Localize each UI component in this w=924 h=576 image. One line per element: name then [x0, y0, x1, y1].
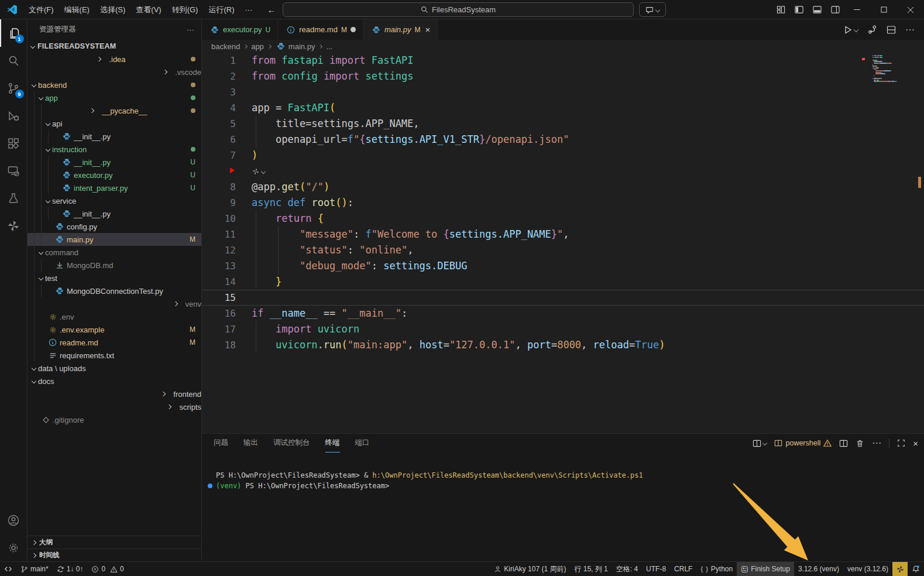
tree-item[interactable]: docs — [28, 375, 201, 388]
status-item-pinwheel[interactable] — [892, 562, 908, 576]
outline-section[interactable]: 大纲 — [28, 536, 201, 548]
account-icon[interactable] — [0, 506, 28, 534]
close-window-button[interactable] — [897, 0, 924, 19]
customize-layout-icon[interactable] — [777, 5, 785, 14]
tree-item[interactable]: service — [28, 194, 201, 207]
run-debug-activity-icon[interactable] — [0, 102, 28, 129]
tree-item[interactable]: __init__.py — [28, 130, 201, 143]
tree-item[interactable]: __pycache__ — [28, 104, 201, 117]
tree-item[interactable]: scripts — [28, 400, 201, 413]
inline-ai-widget[interactable] — [252, 167, 265, 176]
code-line[interactable]: 7) — [202, 148, 924, 163]
status-item-bell[interactable] — [908, 562, 924, 576]
extensions-activity-icon[interactable] — [0, 129, 28, 157]
tree-item[interactable]: api — [28, 117, 201, 130]
panel-tab[interactable]: 端口 — [355, 434, 370, 452]
toggle-secondary-sidebar-icon[interactable] — [831, 5, 840, 14]
breadcrumb-item[interactable]: backend — [211, 42, 240, 51]
remote-explorer-activity-icon[interactable] — [0, 157, 28, 184]
explorer-activity-icon[interactable]: 1 — [0, 19, 28, 47]
minimap[interactable] — [871, 53, 908, 123]
tree-item[interactable]: MongoDB.md — [28, 259, 201, 272]
menu-item[interactable]: 编辑(E) — [59, 2, 95, 17]
code-line[interactable]: 4app = FastAPI( — [202, 100, 924, 116]
explorer-root-folder[interactable]: FILESREADSYSTEAM — [28, 40, 201, 53]
code-line[interactable]: 18 uvicorn.run("main:app", host="127.0.0… — [202, 337, 924, 353]
code-line[interactable]: 9async def root(): — [202, 195, 924, 211]
status-item-problems[interactable]: 00 — [87, 562, 128, 576]
settings-gear-icon[interactable] — [0, 534, 28, 561]
code-line[interactable]: 2from config import settings — [202, 68, 924, 84]
breadcrumb-item[interactable]: app — [251, 42, 264, 51]
open-changes-icon[interactable] — [867, 25, 877, 35]
status-item-utf-8[interactable]: UTF-8 — [642, 562, 670, 576]
tree-item[interactable]: test — [28, 272, 201, 284]
tree-item[interactable]: readme.mdM — [28, 336, 201, 349]
command-center-search[interactable]: FilesReadSysteam — [283, 2, 634, 17]
tree-item[interactable]: frontend — [28, 388, 201, 400]
close-panel-icon[interactable]: × — [913, 438, 918, 448]
maximize-panel-icon[interactable] — [897, 439, 905, 447]
menu-item[interactable]: 查看(V) — [130, 2, 166, 17]
status-item-3-12-6-venv-[interactable]: 3.12.6 (venv) — [794, 562, 843, 576]
tree-item[interactable]: main.pyM — [28, 233, 201, 246]
status-item-1-0-[interactable]: 1↓ 0↑ — [53, 562, 88, 576]
code-line[interactable]: 5 title=settings.APP_NAME, — [202, 116, 924, 132]
minimize-button[interactable] — [843, 0, 870, 19]
search-activity-icon[interactable] — [0, 47, 28, 74]
panel-tab[interactable]: 终端 — [325, 434, 340, 452]
back-arrow-icon[interactable]: ← — [267, 5, 276, 15]
command-decoration-icon[interactable] — [208, 484, 212, 488]
split-editor-icon[interactable] — [887, 25, 896, 35]
tree-item[interactable]: intent_parser.pyU — [28, 181, 201, 194]
editor-more-actions-icon[interactable]: ··· — [905, 25, 915, 35]
timeline-section[interactable]: 时间线 — [28, 548, 201, 561]
tree-item[interactable]: .vscode — [28, 66, 201, 78]
code-line[interactable]: 1from fastapi import FastAPI — [202, 53, 924, 68]
tree-item[interactable]: command — [28, 246, 201, 259]
tree-item[interactable]: .gitignore — [28, 413, 201, 426]
new-terminal-button[interactable] — [753, 439, 767, 448]
panel-tab[interactable]: 输出 — [243, 434, 258, 452]
code-line[interactable]: 13 "debug_mode": settings.DEBUG — [202, 258, 924, 274]
status-item-kiriaky-107-1-[interactable]: KiriAky 107 (1 周前) — [490, 562, 570, 576]
maximize-button[interactable] — [870, 0, 897, 19]
explorer-more-actions[interactable]: ··· — [187, 25, 194, 34]
code-line[interactable]: 11 "message": f"Welcome to {settings.APP… — [202, 227, 924, 242]
tree-item[interactable]: .idea — [28, 53, 201, 66]
code-line[interactable]: 14 } — [202, 274, 924, 290]
terminal-tab-powershell[interactable]: powershell — [774, 439, 832, 447]
menu-item[interactable]: 选择(S) — [95, 2, 130, 17]
tab-close-icon[interactable]: × — [425, 25, 430, 35]
panel-tab[interactable]: 调试控制台 — [273, 434, 310, 452]
toggle-panel-icon[interactable] — [813, 5, 822, 14]
code-line[interactable]: 17 import uvicorn — [202, 321, 924, 337]
tree-item[interactable]: data \ uploads — [28, 362, 201, 375]
code-line[interactable]: 8@app.get("/") — [202, 179, 924, 195]
breadcrumb-item[interactable]: ... — [326, 42, 332, 51]
code-editor[interactable]: 1from fastapi import FastAPI2from config… — [202, 53, 924, 433]
menu-item[interactable]: 转到(G) — [167, 2, 204, 17]
status-item-main-[interactable]: main* — [16, 562, 53, 576]
status-item-finish-setup[interactable]: Finish Setup — [737, 562, 794, 576]
editor-tab[interactable]: main.pyM× — [363, 19, 438, 40]
status-item-remote[interactable] — [0, 562, 16, 576]
tree-item[interactable]: backend — [28, 78, 201, 91]
tree-item[interactable]: requirements.txt — [28, 349, 201, 362]
code-line[interactable]: 10 return { — [202, 211, 924, 227]
copilot-chat-button[interactable] — [639, 2, 666, 17]
run-python-button[interactable] — [843, 25, 858, 35]
ai-extension-activity-icon[interactable] — [0, 212, 28, 239]
code-line[interactable]: 3 — [202, 84, 924, 100]
kill-terminal-trash-icon[interactable] — [856, 439, 864, 448]
panel-more-actions-icon[interactable]: ··· — [872, 438, 881, 448]
code-line[interactable]: 6 openapi_url=f"{settings.API_V1_STR}/op… — [202, 132, 924, 148]
editor-tab[interactable]: readme.mdM — [278, 19, 363, 40]
status-item--15-1[interactable]: 行 15, 列 1 — [570, 562, 612, 576]
tree-item[interactable]: __init__.py — [28, 207, 201, 220]
code-line[interactable]: 16if __name__ == "__main__": — [202, 306, 924, 321]
source-control-activity-icon[interactable]: 9 — [0, 74, 28, 102]
terminal-output[interactable]: PS H:\OwnProject\FilesReadSysteam> & h:\… — [202, 452, 924, 561]
tree-item[interactable]: executor.pyU — [28, 169, 201, 181]
tree-item[interactable]: config.py — [28, 220, 201, 233]
